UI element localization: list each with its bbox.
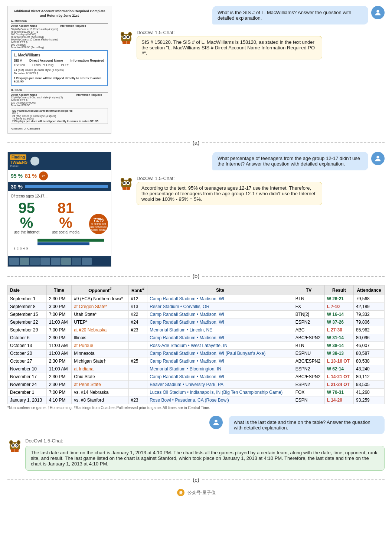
table-cell: ABC/ESPN2 xyxy=(293,373,324,381)
sis-value: 158120 xyxy=(14,63,25,67)
table-cell: BTN[2] xyxy=(293,311,324,318)
mini-stat-81: 81 % xyxy=(25,173,37,179)
table-cell: September 15 xyxy=(8,311,47,318)
svg-point-12 xyxy=(129,33,131,36)
user-bubble-c: what is the last date and time on the ta… xyxy=(229,416,385,434)
table-cell: 2:30 PM xyxy=(46,381,71,389)
table-cell: ESPN xyxy=(293,396,324,404)
table-cell: ESPN2 xyxy=(293,381,324,389)
table-row: October 272:30 PMMichigan State†#25Camp … xyxy=(8,357,385,365)
table-cell: W 26-21 xyxy=(324,295,353,303)
circle-pct: 72% xyxy=(93,217,104,223)
table-cell: September 29 xyxy=(8,326,47,334)
table-row: November 172:30 PMOhio StateCamp Randall… xyxy=(8,373,385,381)
table-cell: BTN xyxy=(293,342,324,350)
user-avatar-c xyxy=(209,416,223,429)
table-cell: ABC/ESPN2 xyxy=(293,334,324,342)
col-opponent: Opponent# xyxy=(72,285,128,295)
doc-title-a: Additional Direct Account Information Re… xyxy=(11,9,108,18)
section-label-c: (c) xyxy=(193,477,199,483)
table-cell: November 17 xyxy=(8,373,47,381)
bar-legend: 1 2 3 4 5 xyxy=(14,247,105,250)
tweens-image-strip xyxy=(8,256,111,266)
table-cell: Camp Randall Stadium • Madison, WI xyxy=(147,357,293,365)
table-cell: at Penn State xyxy=(72,381,128,389)
table-cell: 93,505 xyxy=(354,381,385,389)
stat-num-81: 81 % xyxy=(50,200,81,230)
bar-row-2 xyxy=(14,242,105,245)
macwilliams-header-row: SIS # Direct Account Name Information Re… xyxy=(14,59,105,62)
section-label-a: (a) xyxy=(193,140,199,146)
table-cell: Ross-Ade Stadium • West Lafayette, IN xyxy=(147,342,293,350)
table-cell: W 37-26 xyxy=(324,318,353,326)
table-cell: 80,587 xyxy=(354,350,385,357)
circle-stat: 72% of all Internet users that use socia… xyxy=(89,214,108,234)
svg-point-37 xyxy=(16,445,17,446)
table-cell: Michigan State† xyxy=(72,357,128,365)
table-cell: ESPN2 xyxy=(293,365,324,373)
table-cell: W 62-14 xyxy=(324,365,353,373)
table-cell: #13 xyxy=(128,303,147,311)
table-cell: 2:30 PM xyxy=(46,373,71,381)
table-cell: 93,259 xyxy=(354,396,385,404)
stat-block-95: 95 % use the Internet xyxy=(11,200,42,234)
table-cell: 46,007 xyxy=(354,342,385,350)
dashed-line-left-c xyxy=(7,480,190,480)
macwilliams-name: L. MacWilliams xyxy=(14,53,105,57)
table-cell: ESPNU xyxy=(293,350,324,357)
table-cell: Camp Randall Stadium • Madison, WI xyxy=(147,311,293,318)
mini-stat-95: 95 % xyxy=(11,173,23,179)
table-cell: Memorial Stadium • Bloomington, IN xyxy=(147,365,293,373)
sis-label: SIS # xyxy=(14,59,22,62)
macwilliams-line1: 24 (6M) Cases (6 each style (4 styles) xyxy=(14,68,105,72)
table-cell: Camp Randall Stadium • Madison, WI (Paul… xyxy=(147,350,293,357)
table-cell: W 70-31 xyxy=(324,389,353,396)
info-label: Information Required xyxy=(71,59,104,62)
owl-response-row-c: DocOwl 1.5-Chat: The last date and time … xyxy=(7,438,385,471)
table-cell xyxy=(128,389,147,396)
table-cell: December 1 xyxy=(8,389,47,396)
section-c: Date Time Opponent# Rank# Site TV Result… xyxy=(0,282,392,414)
table-cell: 80,112 xyxy=(354,373,385,381)
table-cell: Ohio State xyxy=(72,373,128,381)
table-cell: #12 xyxy=(128,295,147,303)
table-cell: Reser Stadium • Corvallis, OR xyxy=(147,303,293,311)
col-site: Site xyxy=(147,285,293,295)
stat-label-81: use social media xyxy=(50,230,81,234)
table-cell: ABC xyxy=(293,326,324,334)
table-cell: #22 xyxy=(128,311,147,318)
owl-label-b: DocOwl 1.5-Chat: xyxy=(137,176,322,181)
table-cell xyxy=(128,334,147,342)
table-row: September 157:00 PMUtah State*#22Camp Ra… xyxy=(8,311,385,318)
svg-point-11 xyxy=(121,33,124,36)
table-cell: November 10 xyxy=(8,365,47,373)
answer-box-c: The last date and time on the chart is J… xyxy=(25,446,385,471)
chat-area-b: What percentage of teenagers from the ag… xyxy=(119,152,385,205)
svg-point-36 xyxy=(13,445,13,446)
table-row: November 242:30 PMat Penn StateBeaver St… xyxy=(8,381,385,389)
doc-attention: Attention: J. Campbell xyxy=(11,127,108,130)
table-row: December 17:00 PMvs. #14 NebraskaLucas O… xyxy=(8,389,385,396)
owl-response-row-b: DocOwl 1.5-Chat: According to the text, … xyxy=(119,176,385,205)
col-attendance: Attendance xyxy=(354,285,385,295)
table-cell: at Purdue xyxy=(72,342,128,350)
table-cell: 79,568 xyxy=(354,295,385,303)
table-cell: at #20 Nebraska xyxy=(72,326,128,334)
table-cell: September 1 xyxy=(8,295,47,303)
table-cell: November 24 xyxy=(8,381,47,389)
table-cell: #23 xyxy=(128,396,147,404)
account-value: Discount Drug xyxy=(32,63,53,67)
table-cell: L 14-21 OT xyxy=(324,373,353,381)
table-cell: October 13 xyxy=(8,342,47,350)
table-cell: #24 xyxy=(128,318,147,326)
table-cell: 79,806 xyxy=(354,318,385,326)
table-row: November 1011:00 AMat IndianaMemorial St… xyxy=(8,365,385,373)
table-row: October 62:30 PMIllinoisCamp Randall Sta… xyxy=(8,334,385,342)
table-cell: W 31-14 xyxy=(324,334,353,342)
owl-avatar-b xyxy=(119,176,134,190)
user-avatar-a xyxy=(371,6,385,19)
svg-point-7 xyxy=(128,37,128,37)
table-row: September 297:00 PMat #20 Nebraska#23Mem… xyxy=(8,326,385,334)
watermark: 量 公众号·量子位 xyxy=(0,486,392,498)
dashed-line-right-a xyxy=(202,143,385,143)
